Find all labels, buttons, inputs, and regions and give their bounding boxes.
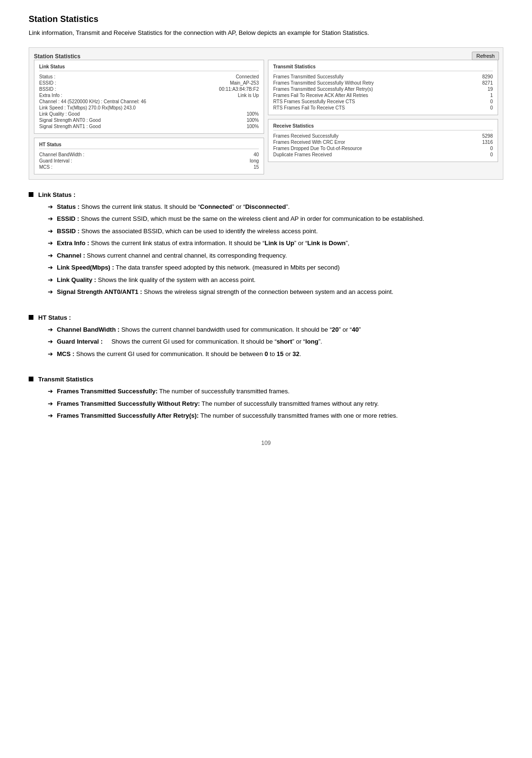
table-row: ESSID :Main_AP-253 bbox=[39, 80, 259, 86]
table-row: Signal Strength ANT0 : Good100% bbox=[39, 117, 259, 123]
table-row: Frames Transmitted Successfully After Re… bbox=[273, 86, 493, 92]
table-row: RTS Frames Sucessfully Receive CTS0 bbox=[273, 98, 493, 105]
item-text: Signal Strength ANT0/ANT1 : Shows the wi… bbox=[57, 287, 503, 297]
left-panels: Link Status Status :Connected ESSID :Mai… bbox=[34, 60, 264, 174]
table-row: RTS Frames Fail To Receive CTS0 bbox=[273, 105, 493, 111]
link-status-header: Link Status : bbox=[29, 191, 503, 198]
arrow-icon: ➔ bbox=[48, 251, 53, 260]
list-item: ➔ Link Speed(Mbps) : The data transfer s… bbox=[48, 263, 503, 272]
arrow-icon: ➔ bbox=[48, 227, 53, 236]
list-item: ➔ Frames Transmitted Successfully Withou… bbox=[48, 399, 503, 409]
item-text: Extra Info : Shows the current link stat… bbox=[57, 238, 503, 248]
arrow-icon: ➔ bbox=[48, 399, 53, 409]
arrow-icon: ➔ bbox=[48, 263, 53, 272]
bullet-icon bbox=[29, 377, 33, 381]
link-status-section: Link Status : ➔ Status : Shows the curre… bbox=[29, 191, 503, 297]
ht-status-section: HT Status : ➔ Channel BandWidth : Shows … bbox=[29, 314, 503, 359]
table-row: Link Quality : Good100% bbox=[39, 111, 259, 117]
list-item: ➔ Extra Info : Shows the current link st… bbox=[48, 238, 503, 248]
item-text: Link Quality : Shows the link quality of… bbox=[57, 275, 503, 285]
refresh-button[interactable]: Refresh bbox=[472, 52, 499, 60]
transmit-statistics-section: Transmit Statistics ➔ Frames Transmitted… bbox=[29, 376, 503, 421]
table-row: Frames Received Successfully5298 bbox=[273, 133, 493, 139]
ht-status-title: HT Status bbox=[39, 142, 259, 149]
widget-grid: Link Status Status :Connected ESSID :Mai… bbox=[34, 60, 498, 174]
list-item: ➔ Channel : Shows current channel and ce… bbox=[48, 251, 503, 260]
ht-status-items: ➔ Channel BandWidth : Shows the current … bbox=[48, 325, 503, 359]
intro-text: Link information, Transmit and Receive S… bbox=[29, 28, 503, 38]
list-item: ➔ BSSID : Shows the associated BSSID, wh… bbox=[48, 227, 503, 236]
table-row: Frames Dropped Due To Out-of-Resource0 bbox=[273, 145, 493, 152]
arrow-icon: ➔ bbox=[48, 387, 53, 396]
link-status-items: ➔ Status : Shows the current link status… bbox=[48, 202, 503, 297]
list-item: ➔ Status : Shows the current link status… bbox=[48, 202, 503, 212]
page-title: Station Statistics bbox=[29, 14, 503, 24]
item-text: ESSID : Shows the current SSID, which mu… bbox=[57, 214, 503, 224]
arrow-icon: ➔ bbox=[48, 337, 53, 347]
arrow-icon: ➔ bbox=[48, 202, 53, 212]
table-row: MCS :15 bbox=[39, 164, 259, 170]
list-item: ➔ Frames Transmitted Successfully After … bbox=[48, 411, 503, 421]
list-item: ➔ Guard Interval : Shows the current GI … bbox=[48, 337, 503, 347]
list-item: ➔ Channel BandWidth : Shows the current … bbox=[48, 325, 503, 335]
bullet-icon bbox=[29, 315, 33, 320]
table-row: Channel : 44 (5220000 KHz) : Central Cha… bbox=[39, 98, 259, 105]
table-row: Signal Strength ANT1 : Good100% bbox=[39, 123, 259, 130]
transmit-statistics-panel: Transmit Statistics Frames Transmitted S… bbox=[268, 60, 498, 115]
page-number: 109 bbox=[29, 440, 503, 446]
table-row: Guard Interval :long bbox=[39, 158, 259, 164]
receive-statistics-panel: Receive Statistics Frames Received Succe… bbox=[268, 119, 498, 162]
item-text: Frames Transmitted Successfully After Re… bbox=[57, 411, 503, 421]
table-row: Frames Transmitted Successfully Without … bbox=[273, 80, 493, 86]
ht-status-section-title: HT Status : bbox=[38, 314, 71, 321]
item-text: Link Speed(Mbps) : The data transfer spe… bbox=[57, 263, 503, 272]
table-row: Extra Info :Link is Up bbox=[39, 92, 259, 98]
item-text: Channel BandWidth : Shows the current ch… bbox=[57, 325, 503, 335]
list-item: ➔ Signal Strength ANT0/ANT1 : Shows the … bbox=[48, 287, 503, 297]
station-statistics-widget: Station Statistics Refresh Link Status S… bbox=[29, 47, 503, 180]
receive-statistics-title: Receive Statistics bbox=[273, 123, 493, 130]
ht-status-panel: HT Status Channel BandWidth :40 Guard In… bbox=[34, 138, 264, 174]
table-row: Frames Fail To Receive ACK After All Ret… bbox=[273, 92, 493, 98]
arrow-icon: ➔ bbox=[48, 325, 53, 335]
right-panels: Transmit Statistics Frames Transmitted S… bbox=[268, 60, 498, 174]
list-item: ➔ Link Quality : Shows the link quality … bbox=[48, 275, 503, 285]
link-status-title: Link Status bbox=[39, 64, 259, 71]
item-text: MCS : Shows the current GI used for comm… bbox=[57, 349, 503, 359]
item-text: Guard Interval : Shows the current GI us… bbox=[57, 337, 503, 347]
arrow-icon: ➔ bbox=[48, 214, 53, 224]
table-row: Channel BandWidth :40 bbox=[39, 152, 259, 158]
table-row: Duplicate Frames Received0 bbox=[273, 152, 493, 158]
list-item: ➔ MCS : Shows the current GI used for co… bbox=[48, 349, 503, 359]
item-text: Frames Transmitted Successfully Without … bbox=[57, 399, 503, 409]
item-text: BSSID : Shows the associated BSSID, whic… bbox=[57, 227, 503, 236]
transmit-statistics-header: Transmit Statistics bbox=[29, 376, 503, 383]
transmit-statistics-section-title: Transmit Statistics bbox=[38, 376, 94, 383]
arrow-icon: ➔ bbox=[48, 349, 53, 359]
table-row: BSSID :00:11:A3:84:7B:F2 bbox=[39, 86, 259, 92]
arrow-icon: ➔ bbox=[48, 411, 53, 421]
link-status-section-title: Link Status : bbox=[38, 191, 75, 198]
table-row: Status :Connected bbox=[39, 74, 259, 80]
item-text: Frames Transmitted Successfully: The num… bbox=[57, 387, 503, 396]
table-row: Frames Transmitted Successfully8290 bbox=[273, 74, 493, 80]
ht-status-header: HT Status : bbox=[29, 314, 503, 321]
bullet-icon bbox=[29, 192, 33, 197]
transmit-statistics-title: Transmit Statistics bbox=[273, 64, 493, 71]
arrow-icon: ➔ bbox=[48, 287, 53, 297]
item-text: Status : Shows the current link status. … bbox=[57, 202, 503, 212]
link-status-panel: Link Status Status :Connected ESSID :Mai… bbox=[34, 60, 264, 134]
widget-title: Station Statistics bbox=[34, 53, 80, 60]
transmit-statistics-items: ➔ Frames Transmitted Successfully: The n… bbox=[48, 387, 503, 421]
list-item: ➔ ESSID : Shows the current SSID, which … bbox=[48, 214, 503, 224]
item-text: Channel : Shows current channel and cent… bbox=[57, 251, 503, 260]
list-item: ➔ Frames Transmitted Successfully: The n… bbox=[48, 387, 503, 396]
arrow-icon: ➔ bbox=[48, 238, 53, 248]
table-row: Frames Received With CRC Error1316 bbox=[273, 139, 493, 145]
arrow-icon: ➔ bbox=[48, 275, 53, 285]
table-row: Link Speed : Tx(Mbps) 270.0 Rx(Mbps) 243… bbox=[39, 105, 259, 111]
